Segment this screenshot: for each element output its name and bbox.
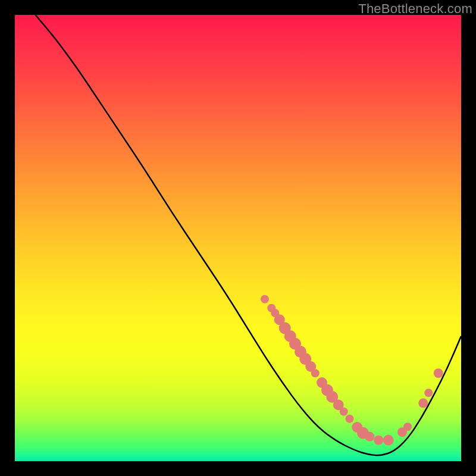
data-point [424, 389, 433, 397]
chart-frame: TheBottleneck.com [0, 0, 476, 476]
data-point [365, 432, 374, 441]
chart-svg [15, 15, 461, 461]
data-point [434, 368, 443, 378]
data-point [403, 422, 412, 431]
data-point [346, 415, 354, 423]
scatter-group [261, 295, 443, 446]
plot-area [15, 15, 461, 461]
data-point [261, 295, 269, 303]
bottleneck-curve [36, 15, 462, 455]
watermark-label: TheBottleneck.com [358, 1, 472, 17]
data-point [374, 436, 383, 445]
data-point [311, 369, 320, 377]
data-point [340, 408, 348, 416]
data-point [418, 399, 428, 408]
data-point [383, 435, 394, 446]
